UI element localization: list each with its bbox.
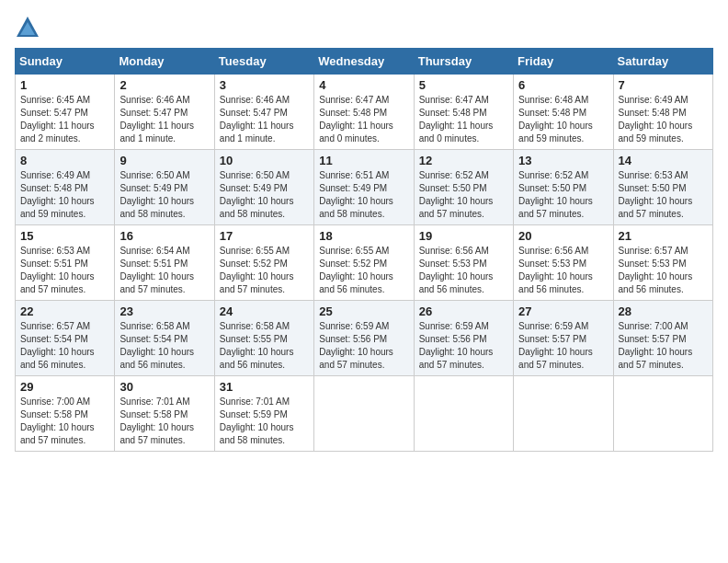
- column-header-saturday: Saturday: [613, 49, 712, 75]
- logo-icon: [15, 15, 40, 40]
- day-cell: 2Sunrise: 6:46 AM Sunset: 5:47 PM Daylig…: [115, 75, 214, 150]
- day-number: 21: [619, 229, 708, 243]
- day-number: 22: [20, 304, 109, 318]
- day-info: Sunrise: 6:57 AM Sunset: 5:54 PM Dayligh…: [20, 320, 109, 372]
- day-info: Sunrise: 6:54 AM Sunset: 5:51 PM Dayligh…: [119, 245, 209, 296]
- day-cell: 9Sunrise: 6:50 AM Sunset: 5:49 PM Daylig…: [115, 150, 214, 225]
- day-number: 25: [319, 304, 408, 318]
- day-info: Sunrise: 6:45 AM Sunset: 5:47 PM Dayligh…: [20, 94, 109, 145]
- day-info: Sunrise: 6:47 AM Sunset: 5:48 PM Dayligh…: [319, 94, 408, 145]
- day-info: Sunrise: 6:47 AM Sunset: 5:48 PM Dayligh…: [419, 94, 508, 145]
- day-cell: 15Sunrise: 6:53 AM Sunset: 5:51 PM Dayli…: [16, 225, 115, 301]
- day-cell: 4Sunrise: 6:47 AM Sunset: 5:48 PM Daylig…: [314, 75, 414, 150]
- day-number: 17: [220, 229, 309, 243]
- day-number: 20: [518, 229, 608, 243]
- day-cell: 27Sunrise: 6:59 AM Sunset: 5:57 PM Dayli…: [514, 301, 613, 376]
- day-number: 19: [419, 229, 508, 243]
- calendar-header: SundayMondayTuesdayWednesdayThursdayFrid…: [16, 49, 713, 75]
- day-info: Sunrise: 6:53 AM Sunset: 5:50 PM Dayligh…: [619, 169, 708, 221]
- day-cell: [414, 376, 513, 452]
- calendar-body: 1Sunrise: 6:45 AM Sunset: 5:47 PM Daylig…: [16, 75, 713, 452]
- day-info: Sunrise: 6:58 AM Sunset: 5:55 PM Dayligh…: [220, 320, 309, 372]
- day-number: 15: [20, 229, 109, 243]
- day-number: 18: [319, 229, 408, 243]
- day-cell: 10Sunrise: 6:50 AM Sunset: 5:49 PM Dayli…: [214, 150, 313, 225]
- day-number: 11: [319, 154, 408, 167]
- day-info: Sunrise: 6:50 AM Sunset: 5:49 PM Dayligh…: [220, 169, 309, 221]
- logo: [15, 15, 44, 40]
- week-row-1: 1Sunrise: 6:45 AM Sunset: 5:47 PM Daylig…: [16, 75, 713, 150]
- day-info: Sunrise: 6:55 AM Sunset: 5:52 PM Dayligh…: [319, 245, 408, 296]
- day-cell: [514, 376, 613, 452]
- day-info: Sunrise: 6:49 AM Sunset: 5:48 PM Dayligh…: [20, 169, 109, 221]
- day-number: 13: [518, 154, 608, 167]
- day-cell: 7Sunrise: 6:49 AM Sunset: 5:48 PM Daylig…: [613, 75, 712, 150]
- day-number: 1: [20, 78, 109, 92]
- day-number: 9: [119, 154, 209, 167]
- day-cell: 25Sunrise: 6:59 AM Sunset: 5:56 PM Dayli…: [314, 301, 414, 376]
- day-cell: [314, 376, 414, 452]
- day-cell: 19Sunrise: 6:56 AM Sunset: 5:53 PM Dayli…: [414, 225, 513, 301]
- day-info: Sunrise: 6:51 AM Sunset: 5:49 PM Dayligh…: [319, 169, 408, 221]
- header-row: SundayMondayTuesdayWednesdayThursdayFrid…: [16, 49, 713, 75]
- day-info: Sunrise: 6:56 AM Sunset: 5:53 PM Dayligh…: [419, 245, 508, 296]
- day-info: Sunrise: 6:55 AM Sunset: 5:52 PM Dayligh…: [220, 245, 309, 296]
- day-info: Sunrise: 6:58 AM Sunset: 5:54 PM Dayligh…: [119, 320, 209, 372]
- day-info: Sunrise: 6:53 AM Sunset: 5:51 PM Dayligh…: [20, 245, 109, 296]
- day-info: Sunrise: 6:50 AM Sunset: 5:49 PM Dayligh…: [119, 169, 209, 221]
- day-cell: 6Sunrise: 6:48 AM Sunset: 5:48 PM Daylig…: [514, 75, 613, 150]
- column-header-tuesday: Tuesday: [214, 49, 313, 75]
- week-row-4: 22Sunrise: 6:57 AM Sunset: 5:54 PM Dayli…: [16, 301, 713, 376]
- day-number: 6: [518, 78, 608, 92]
- day-number: 31: [220, 380, 309, 394]
- day-cell: 30Sunrise: 7:01 AM Sunset: 5:58 PM Dayli…: [115, 376, 214, 452]
- day-cell: 1Sunrise: 6:45 AM Sunset: 5:47 PM Daylig…: [16, 75, 115, 150]
- day-number: 3: [220, 78, 309, 92]
- day-number: 2: [119, 78, 209, 92]
- column-header-sunday: Sunday: [16, 49, 115, 75]
- day-cell: 5Sunrise: 6:47 AM Sunset: 5:48 PM Daylig…: [414, 75, 513, 150]
- day-cell: 23Sunrise: 6:58 AM Sunset: 5:54 PM Dayli…: [115, 301, 214, 376]
- day-info: Sunrise: 6:59 AM Sunset: 5:56 PM Dayligh…: [419, 320, 508, 372]
- day-cell: 11Sunrise: 6:51 AM Sunset: 5:49 PM Dayli…: [314, 150, 414, 225]
- day-cell: [613, 376, 712, 452]
- day-number: 10: [220, 154, 309, 167]
- day-cell: 12Sunrise: 6:52 AM Sunset: 5:50 PM Dayli…: [414, 150, 513, 225]
- day-info: Sunrise: 6:57 AM Sunset: 5:53 PM Dayligh…: [619, 245, 708, 296]
- day-cell: 22Sunrise: 6:57 AM Sunset: 5:54 PM Dayli…: [16, 301, 115, 376]
- day-cell: 28Sunrise: 7:00 AM Sunset: 5:57 PM Dayli…: [613, 301, 712, 376]
- day-info: Sunrise: 7:00 AM Sunset: 5:58 PM Dayligh…: [20, 396, 109, 447]
- day-number: 14: [619, 154, 708, 167]
- day-info: Sunrise: 6:52 AM Sunset: 5:50 PM Dayligh…: [518, 169, 608, 221]
- day-number: 8: [20, 154, 109, 167]
- day-info: Sunrise: 7:01 AM Sunset: 5:58 PM Dayligh…: [119, 396, 209, 447]
- day-cell: 26Sunrise: 6:59 AM Sunset: 5:56 PM Dayli…: [414, 301, 513, 376]
- column-header-friday: Friday: [514, 49, 613, 75]
- day-cell: 3Sunrise: 6:46 AM Sunset: 5:47 PM Daylig…: [214, 75, 313, 150]
- week-row-3: 15Sunrise: 6:53 AM Sunset: 5:51 PM Dayli…: [16, 225, 713, 301]
- day-info: Sunrise: 6:56 AM Sunset: 5:53 PM Dayligh…: [518, 245, 608, 296]
- day-number: 16: [119, 229, 209, 243]
- day-number: 23: [119, 304, 209, 318]
- day-info: Sunrise: 6:52 AM Sunset: 5:50 PM Dayligh…: [419, 169, 508, 221]
- day-number: 27: [518, 304, 608, 318]
- day-cell: 21Sunrise: 6:57 AM Sunset: 5:53 PM Dayli…: [613, 225, 712, 301]
- day-info: Sunrise: 6:49 AM Sunset: 5:48 PM Dayligh…: [619, 94, 708, 145]
- day-cell: 31Sunrise: 7:01 AM Sunset: 5:59 PM Dayli…: [214, 376, 313, 452]
- day-info: Sunrise: 6:48 AM Sunset: 5:48 PM Dayligh…: [518, 94, 608, 145]
- day-cell: 13Sunrise: 6:52 AM Sunset: 5:50 PM Dayli…: [514, 150, 613, 225]
- column-header-monday: Monday: [115, 49, 214, 75]
- day-cell: 16Sunrise: 6:54 AM Sunset: 5:51 PM Dayli…: [115, 225, 214, 301]
- day-info: Sunrise: 7:01 AM Sunset: 5:59 PM Dayligh…: [220, 396, 309, 447]
- day-number: 4: [319, 78, 408, 92]
- day-number: 29: [20, 380, 109, 394]
- week-row-2: 8Sunrise: 6:49 AM Sunset: 5:48 PM Daylig…: [16, 150, 713, 225]
- day-info: Sunrise: 6:46 AM Sunset: 5:47 PM Dayligh…: [119, 94, 209, 145]
- day-number: 26: [419, 304, 508, 318]
- day-number: 28: [619, 304, 708, 318]
- day-info: Sunrise: 6:46 AM Sunset: 5:47 PM Dayligh…: [220, 94, 309, 145]
- week-row-5: 29Sunrise: 7:00 AM Sunset: 5:58 PM Dayli…: [16, 376, 713, 452]
- day-cell: 14Sunrise: 6:53 AM Sunset: 5:50 PM Dayli…: [613, 150, 712, 225]
- day-cell: 8Sunrise: 6:49 AM Sunset: 5:48 PM Daylig…: [16, 150, 115, 225]
- day-number: 7: [619, 78, 708, 92]
